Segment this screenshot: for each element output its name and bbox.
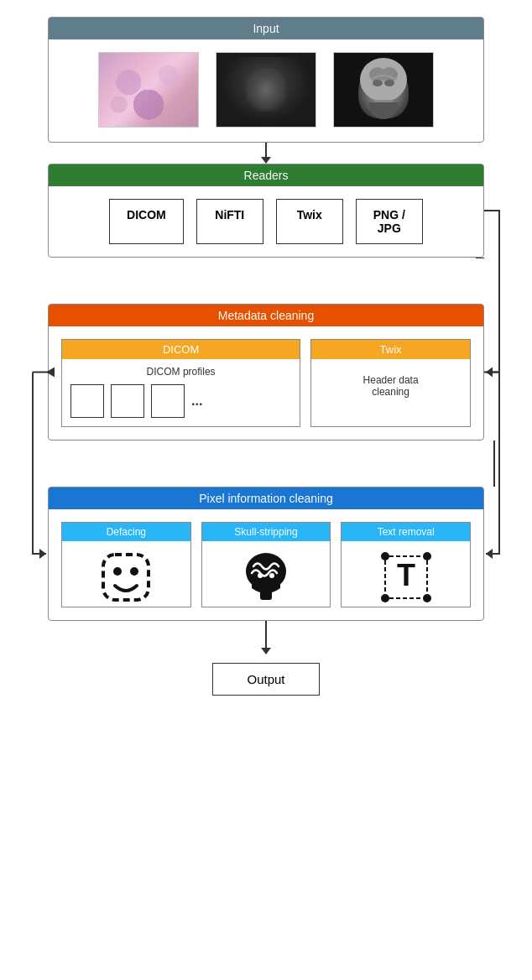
reader-twix: Twix xyxy=(276,199,343,244)
diagram: Input xyxy=(34,17,498,696)
dicom-boxes: ... xyxy=(62,384,300,418)
pixel-item-text-removal: Text removal T xyxy=(341,522,471,607)
skull-stripping-header: Skull-stripping xyxy=(202,523,331,541)
dicom-dots: ... xyxy=(191,394,202,409)
spacer-metadata-pixel xyxy=(48,440,484,487)
svg-point-19 xyxy=(381,594,389,602)
twix-section-header: Twix xyxy=(311,340,470,359)
readers-header: Readers xyxy=(49,164,483,186)
histology-image xyxy=(98,52,199,128)
metadata-inner: DICOM DICOM profiles ... Twix Header dat… xyxy=(49,339,483,427)
defacing-header: Defacing xyxy=(62,523,190,541)
twix-section: Twix Header data cleaning xyxy=(310,339,471,427)
svg-rect-9 xyxy=(103,555,149,600)
spacer-readers-metadata xyxy=(48,258,484,304)
reader-nifti: NiFTI xyxy=(196,199,263,244)
output-box: Output xyxy=(212,663,319,696)
input-header: Input xyxy=(49,18,483,39)
dicom-profiles-label: DICOM profiles xyxy=(62,366,300,378)
reader-dicom: DICOM xyxy=(109,199,184,244)
svg-rect-3 xyxy=(375,100,392,112)
text-removal-icon: T xyxy=(377,548,436,607)
pixel-header: Pixel information cleaning xyxy=(49,487,483,509)
pixel-item-defacing: Defacing xyxy=(61,522,191,607)
twix-content: Header data cleaning xyxy=(311,366,470,406)
svg-point-17 xyxy=(381,552,389,560)
svg-text:T: T xyxy=(397,558,415,592)
pixel-box: Pixel information cleaning Defacing Skul… xyxy=(48,487,484,621)
svg-point-14 xyxy=(258,573,263,578)
svg-point-5 xyxy=(384,80,394,86)
arrow-input-to-readers xyxy=(261,143,271,164)
pixel-items: Defacing Skull-stripping xyxy=(49,522,483,607)
pixel-item-skull-stripping: Skull-stripping xyxy=(201,522,331,607)
readers-box: Readers DICOM NiFTI Twix PNG / JPG xyxy=(48,164,484,258)
defacing-icon xyxy=(96,548,155,607)
dicom-section: DICOM DICOM profiles ... xyxy=(61,339,300,427)
input-box: Input xyxy=(48,17,484,143)
arrow-pixel-to-output xyxy=(261,621,271,654)
svg-point-18 xyxy=(423,552,431,560)
dicom-box-3 xyxy=(151,384,185,418)
svg-point-11 xyxy=(130,567,138,576)
dicom-section-header: DICOM xyxy=(62,340,300,359)
xray-image xyxy=(216,52,316,128)
reader-png-jpg: PNG / JPG xyxy=(356,199,423,244)
readers-items: DICOM NiFTI Twix PNG / JPG xyxy=(49,199,483,244)
input-images xyxy=(49,48,483,132)
metadata-header: Metadata cleaning xyxy=(49,305,483,326)
text-removal-header: Text removal xyxy=(342,523,470,541)
svg-point-15 xyxy=(269,573,274,578)
metadata-box: Metadata cleaning DICOM DICOM profiles .… xyxy=(48,304,484,440)
center-arrow-to-pixel xyxy=(48,440,484,487)
dicom-box-2 xyxy=(111,384,144,418)
dicom-box-1 xyxy=(70,384,104,418)
output-label: Output xyxy=(247,672,284,686)
svg-point-10 xyxy=(113,567,122,576)
readers-to-metadata-arrow xyxy=(48,258,484,304)
svg-point-4 xyxy=(373,80,383,86)
svg-point-20 xyxy=(423,594,431,602)
skull-stripping-icon xyxy=(237,548,295,607)
mri-image xyxy=(333,52,434,128)
